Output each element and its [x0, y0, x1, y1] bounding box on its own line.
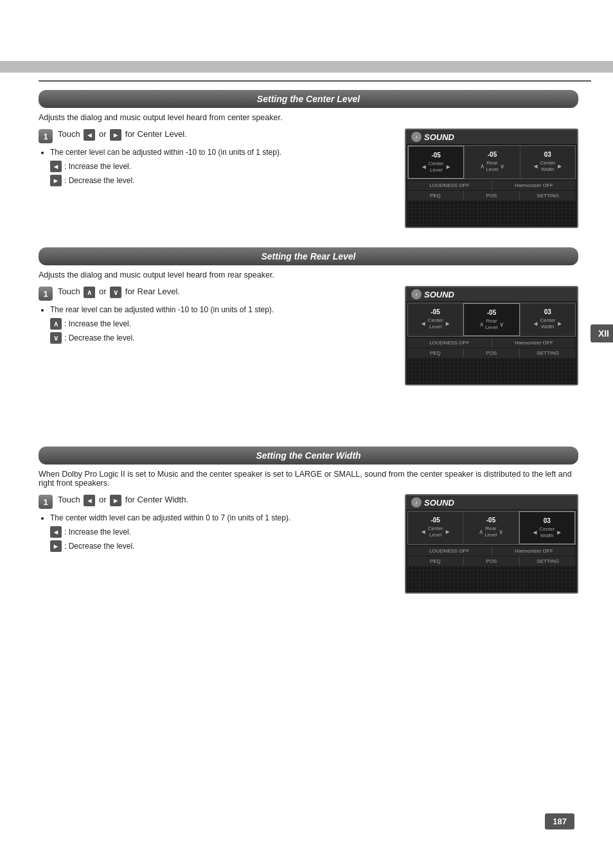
right-arrow-icon-width[interactable]: ► — [110, 495, 121, 506]
section-center-level: Setting the Center Level Adjusts the dia… — [39, 90, 578, 228]
harmonizer-btn[interactable]: Harmonizer OFF — [492, 181, 576, 190]
step-row-rear: 1 Touch ∧ or ∨ for Rear Level. — [39, 286, 392, 301]
icon-legend-rear: ∧ : Increase the level. — [50, 318, 392, 330]
center-val: -05 — [431, 152, 440, 159]
setting-btn[interactable]: SETTING — [520, 191, 576, 200]
section-body-center-width: 1 Touch ◄ or ► for Center Width. The cen… — [39, 494, 578, 594]
decrease-icon-row: ► : Decrease the level. — [50, 175, 134, 186]
divider-line — [39, 80, 591, 82]
r3-setting-btn[interactable]: SETTING — [520, 556, 576, 566]
icon-legend-center: ◄ : Increase the level. — [50, 161, 392, 172]
r3-cell1-left[interactable]: ◄ — [420, 528, 427, 535]
r2-peq-btn[interactable]: PEQ — [407, 348, 463, 358]
width-val: 03 — [544, 151, 551, 158]
r2-cell1-left[interactable]: ◄ — [420, 320, 427, 327]
step-number: 1 — [39, 129, 53, 143]
cell3-right-nav[interactable]: ► — [556, 163, 563, 170]
sound-logo-icon-rear: ♪ — [411, 289, 422, 299]
bullet-item-center: The center level can be adjusted within … — [50, 147, 392, 158]
loudness-btn[interactable]: LOUDNESS OFF — [407, 181, 492, 190]
r3-width-label: CenterWidth — [539, 526, 555, 538]
step-instruction-width: Touch ◄ or ► for Center Width. — [58, 494, 188, 506]
r3-center-val: -05 — [431, 517, 440, 524]
center-label: CenterLevel — [429, 161, 444, 173]
top-bar — [0, 61, 613, 73]
left-arrow-icon[interactable]: ◄ — [84, 129, 95, 141]
increase-icon-width: ◄ — [50, 526, 62, 538]
r3-pos-btn[interactable]: POS — [464, 556, 520, 566]
r3-cell2-down[interactable]: ∨ — [499, 528, 503, 535]
step-number-rear: 1 — [39, 287, 53, 301]
sound-ui-content-center: ♪ SOUND -05 ◄ CenterLevel ► — [406, 130, 577, 200]
section-body-rear-level: 1 Touch ∧ or ∨ for Rear Level. The rear … — [39, 286, 578, 385]
sound-ui-width: ♪ SOUND -05 ◄ CenterLevel ► — [405, 494, 578, 594]
cell2-down-nav[interactable]: ∨ — [500, 163, 504, 170]
decrease-icon-width: ► — [50, 540, 62, 552]
r2-cell2-up[interactable]: ∧ — [479, 321, 484, 328]
r3-cell1-right[interactable]: ► — [445, 528, 451, 535]
r3-peq-btn[interactable]: PEQ — [407, 556, 463, 566]
sound-ui-content-width: ♪ SOUND -05 ◄ CenterLevel ► — [406, 495, 577, 566]
icon-legend-rear-2: ∨ : Decrease the level. — [50, 332, 392, 344]
r3-rear-val: -05 — [486, 517, 495, 524]
r2-rear-label: RearLevel — [485, 318, 497, 330]
icon-legend-width-2: ► : Decrease the level. — [50, 540, 392, 552]
r2-cell3-right[interactable]: ► — [556, 320, 563, 327]
r3-loudness-btn[interactable]: LOUDNESS OFF — [407, 546, 492, 556]
r3-cell3-right[interactable]: ► — [556, 529, 562, 536]
cell3-left-nav[interactable]: ◄ — [532, 163, 538, 170]
section-title-rear-level: Setting the Rear Level — [39, 247, 578, 265]
bullet-list-center: The center level can be adjusted within … — [50, 147, 392, 158]
icon-legend-width: ◄ : Increase the level. — [50, 526, 392, 538]
r2-cell1-right[interactable]: ► — [445, 320, 451, 327]
cell2-up-nav[interactable]: ∧ — [480, 163, 484, 170]
decrease-icon-row-width: ► : Decrease the level. — [50, 540, 134, 552]
sound-ui-rear: ♪ SOUND -05 ◄ CenterLevel ► — [405, 286, 578, 385]
bullet-list-width: The center width level can be adjusted w… — [50, 513, 392, 524]
step-block-center-width: 1 Touch ◄ or ► for Center Width. The cen… — [39, 494, 392, 552]
r3-cell3-left[interactable]: ◄ — [531, 529, 538, 536]
icon-legend-center-2: ► : Decrease the level. — [50, 175, 392, 186]
cell1-right-nav[interactable]: ► — [445, 163, 452, 170]
bullet-item-width: The center width level can be adjusted w… — [50, 513, 392, 524]
r2-harmonizer-btn[interactable]: Harmonizer OFF — [492, 338, 576, 348]
increase-icon-rear: ∧ — [50, 318, 62, 330]
increase-icon: ◄ — [50, 161, 62, 172]
up-arrow-icon[interactable]: ∧ — [84, 287, 95, 298]
step-row-center: 1 Touch ◄ or ► for Center Level. — [39, 128, 392, 143]
cell1-left-nav[interactable]: ◄ — [421, 163, 427, 170]
r2-cell3-left[interactable]: ◄ — [532, 320, 538, 327]
pos-btn[interactable]: POS — [464, 191, 520, 200]
r2-setting-btn[interactable]: SETTING — [520, 348, 576, 358]
right-arrow-icon[interactable]: ► — [110, 129, 121, 141]
section-desc-center-level: Adjusts the dialog and music output leve… — [39, 113, 578, 122]
sound-ui-content-rear: ♪ SOUND -05 ◄ CenterLevel ► — [406, 287, 577, 358]
rear-label: RearLevel — [486, 160, 498, 172]
r2-cell2-down[interactable]: ∨ — [499, 321, 504, 328]
r2-loudness-btn[interactable]: LOUDNESS OFF — [407, 338, 492, 348]
section-body-center-level: 1 Touch ◄ or ► for Center Level. The cen… — [39, 128, 578, 228]
chapter-label: XII — [591, 324, 613, 342]
page: Setting the Center Level Adjusts the dia… — [0, 0, 613, 868]
decrease-icon-rear: ∨ — [50, 332, 62, 344]
r2-pos-btn[interactable]: POS — [464, 348, 520, 358]
peq-btn[interactable]: PEQ — [407, 191, 463, 200]
r3-harmonizer-btn[interactable]: Harmonizer OFF — [492, 546, 576, 556]
increase-icon-row-width: ◄ : Increase the level. — [50, 526, 131, 538]
r3-cell2-up[interactable]: ∧ — [479, 528, 483, 535]
bullet-item-rear: The rear level can be adjusted within -1… — [50, 305, 392, 315]
decrease-icon-row-rear: ∨ : Decrease the level. — [50, 332, 134, 344]
bullet-list-rear: The rear level can be adjusted within -1… — [50, 305, 392, 315]
section-desc-center-width: When Dolby Pro Logic II is set to Music … — [39, 470, 578, 488]
increase-icon-row: ◄ : Increase the level. — [50, 161, 131, 172]
r3-rear-label: RearLevel — [484, 526, 497, 538]
left-arrow-icon-width[interactable]: ◄ — [84, 495, 95, 506]
r2-rear-val: -05 — [487, 309, 496, 316]
sound-logo-icon-width: ♪ — [411, 497, 422, 508]
down-arrow-icon[interactable]: ∨ — [110, 287, 121, 298]
r2-center-val: -05 — [431, 308, 440, 315]
r2-width-val: 03 — [544, 308, 551, 315]
section-title-center-level: Setting the Center Level — [39, 90, 578, 108]
section-center-width: Setting the Center Width When Dolby Pro … — [39, 447, 578, 594]
step-block-center-level: 1 Touch ◄ or ► for Center Level. The cen… — [39, 128, 392, 186]
